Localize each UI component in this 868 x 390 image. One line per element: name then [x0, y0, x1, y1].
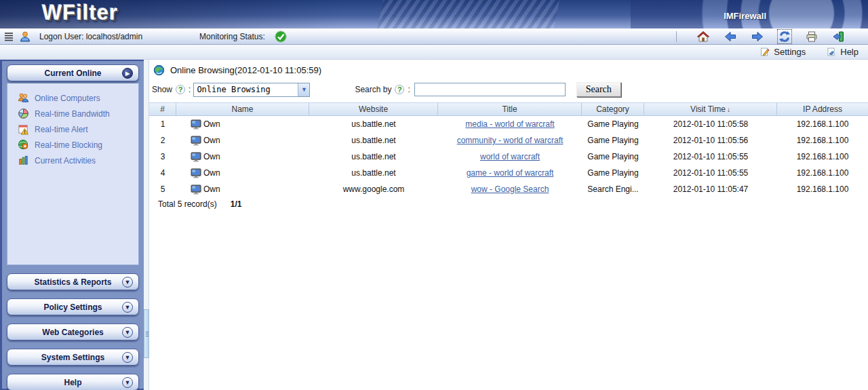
search-button[interactable]: Search: [576, 82, 621, 97]
sidebar-section-statistics-reports[interactable]: Statistics & Reports ▼: [7, 273, 139, 290]
splitter-collapse-handle[interactable]: [144, 309, 149, 358]
total-records-label: Total 5 record(s): [158, 199, 217, 209]
globe-icon: [153, 64, 165, 76]
table-row: 1 Own us.battle.net media - world of war…: [149, 116, 868, 132]
sidebar-section-system-settings[interactable]: System Settings ▼: [7, 349, 139, 366]
nav-label: Real-time Bandwidth: [35, 109, 110, 119]
col-header-category[interactable]: Category: [582, 103, 644, 115]
home-icon[interactable]: [697, 31, 709, 43]
chevron-down-icon[interactable]: ▼: [122, 352, 133, 363]
cell-num: 4: [149, 168, 176, 178]
banner-building-art: [375, 0, 561, 28]
settings-icon: [760, 47, 770, 57]
browsing-table: # Name Website Title Category Visit Time…: [149, 102, 868, 209]
cell-name: Own: [176, 152, 309, 162]
search-by-label: Search by: [355, 85, 391, 94]
status-ok-icon: [275, 31, 287, 43]
table-row: 2 Own us.battle.net community - world of…: [149, 132, 868, 149]
sidebar-section-policy-settings[interactable]: Policy Settings ▼: [7, 298, 139, 315]
computer-name: Own: [203, 152, 220, 161]
back-icon[interactable]: [724, 31, 736, 43]
settings-button[interactable]: Settings: [760, 47, 806, 57]
sidebar-splitter[interactable]: [144, 60, 149, 390]
table-body: 1 Own us.battle.net media - world of war…: [149, 116, 868, 197]
select-arrow-icon[interactable]: ▼: [298, 83, 309, 96]
sidebar-section-web-categories[interactable]: Web Categories ▼: [7, 324, 139, 340]
cell-visit-time: 2012-01-10 11:05:47: [644, 184, 777, 194]
sidebar-accordion-group: Statistics & Reports ▼ Policy Settings ▼…: [2, 273, 144, 390]
section-label: Help: [64, 378, 81, 387]
show-select-value: Online Browsing: [194, 85, 298, 94]
alert-calendar-icon: [18, 123, 29, 135]
cell-title: wow - Google Search: [438, 184, 582, 194]
cell-visit-time: 2012-01-10 11:05:58: [644, 119, 777, 129]
play-right-icon[interactable]: ▶: [122, 68, 133, 79]
sidebar: Current Online ▶ Online Computers Real-t…: [0, 60, 144, 390]
cell-name: Own: [176, 136, 309, 146]
page-title: Online Browsing(2012-01-10 11:05:59): [170, 65, 321, 75]
chevron-down-icon[interactable]: ▼: [122, 377, 133, 388]
toolbar-divider: [676, 31, 677, 42]
cell-category: Search Engi...: [582, 184, 644, 194]
chevron-down-icon[interactable]: ▼: [122, 327, 133, 338]
col-header-visit-time[interactable]: Visit Time ↓: [644, 103, 777, 115]
chevron-down-icon[interactable]: ▼: [122, 277, 133, 288]
sidebar-section-current-online[interactable]: Current Online ▶: [7, 64, 139, 81]
help-label: Help: [840, 47, 859, 57]
toolbar: Logon User: localhost/admin Monitoring S…: [0, 28, 868, 45]
cell-num: 3: [149, 152, 176, 161]
logout-icon[interactable]: [833, 31, 845, 43]
search-help-icon[interactable]: ?: [395, 85, 404, 94]
cell-num: 5: [149, 184, 176, 194]
cell-num: 1: [149, 119, 176, 129]
visit-time-label: Visit Time: [690, 104, 726, 114]
search-input[interactable]: [414, 83, 566, 96]
col-header-name[interactable]: Name: [176, 103, 309, 115]
sidebar-item-online-computers[interactable]: Online Computers: [7, 90, 138, 106]
col-header-title[interactable]: Title: [438, 103, 582, 115]
sidebar-item-realtime-alert[interactable]: Real-time Alert: [7, 121, 138, 137]
menu-icon[interactable]: [3, 31, 15, 43]
nav-label: Real-time Alert: [35, 125, 88, 134]
show-help-icon[interactable]: ?: [176, 85, 185, 94]
top-banner: WFilter IMFirewall: [0, 0, 868, 28]
subbar: Settings Help: [0, 45, 868, 60]
page-title-link[interactable]: game - world of warcraft: [467, 168, 554, 178]
cell-website: www.google.com: [309, 184, 438, 194]
computer-icon: [191, 119, 202, 130]
page-title-link[interactable]: world of warcraft: [480, 152, 540, 161]
sidebar-item-realtime-blocking[interactable]: Real-time Blocking: [7, 137, 138, 153]
col-header-website[interactable]: Website: [309, 103, 438, 115]
computer-icon: [191, 152, 202, 162]
current-online-label: Current Online: [44, 69, 101, 78]
cell-ip: 192.168.1.100: [777, 119, 868, 129]
col-header-num[interactable]: #: [149, 103, 176, 115]
nav-label: Current Activities: [35, 156, 96, 165]
cell-name: Own: [176, 119, 309, 130]
forward-icon[interactable]: [751, 31, 764, 43]
cell-visit-time: 2012-01-10 11:05:55: [644, 168, 777, 178]
page-title-link[interactable]: media - world of warcraft: [465, 119, 554, 129]
cell-title: game - world of warcraft: [438, 168, 582, 178]
sidebar-section-help[interactable]: Help ▼: [7, 374, 139, 390]
sidebar-item-realtime-bandwidth[interactable]: Real-time Bandwidth: [7, 106, 138, 121]
print-icon[interactable]: [806, 31, 818, 43]
cell-category: Game Playing: [582, 136, 644, 145]
page-title-link[interactable]: wow - Google Search: [471, 184, 549, 194]
refresh-icon[interactable]: [778, 31, 791, 43]
chevron-down-icon[interactable]: ▼: [122, 302, 133, 313]
wfilter-logo: WFilter: [42, 1, 118, 25]
show-select[interactable]: Online Browsing ▼: [193, 83, 310, 97]
sidebar-item-current-activities[interactable]: Current Activities: [7, 153, 138, 168]
cell-website: us.battle.net: [309, 119, 438, 129]
help-button[interactable]: Help: [826, 47, 859, 57]
cell-website: us.battle.net: [309, 168, 438, 178]
cell-website: us.battle.net: [309, 152, 438, 161]
table-row: 4 Own us.battle.net game - world of warc…: [149, 165, 868, 181]
page-title-link[interactable]: community - world of warcraft: [457, 136, 564, 145]
logon-user-label: Logon User: localhost/admin: [39, 32, 142, 41]
cell-ip: 192.168.1.100: [777, 184, 868, 194]
sort-desc-icon: ↓: [727, 106, 730, 113]
computer-name: Own: [203, 136, 220, 145]
col-header-ip[interactable]: IP Address: [777, 103, 868, 115]
